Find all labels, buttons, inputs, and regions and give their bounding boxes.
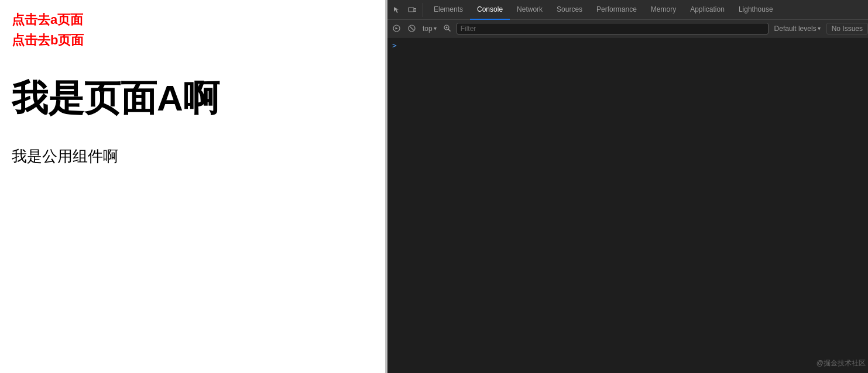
devtools-tabs: Elements Console Network Sources Perform…	[427, 0, 780, 20]
console-output-area: > @掘金技术社区	[387, 37, 868, 373]
devtools-tab-bar: Elements Console Network Sources Perform…	[387, 0, 868, 20]
console-prompt-line: >	[387, 40, 868, 51]
svg-point-6	[446, 27, 448, 29]
live-expressions-icon[interactable]	[441, 22, 454, 35]
console-chevron-icon: >	[392, 41, 397, 50]
shared-component-text: 我是公用组件啊	[12, 146, 373, 167]
frame-selector[interactable]: top ▾	[420, 25, 439, 33]
svg-rect-1	[414, 8, 416, 11]
inspect-cursor-icon[interactable]	[390, 3, 404, 17]
tab-elements[interactable]: Elements	[427, 0, 470, 20]
clear-console-icon[interactable]	[405, 22, 418, 35]
console-toolbar: top ▾ Default levels ▾ No Issues	[387, 20, 868, 37]
page-content: 点击去a页面 点击去b页面 我是页面A啊 我是公用组件啊	[0, 0, 385, 373]
execute-script-icon[interactable]	[390, 22, 403, 35]
tab-memory[interactable]: Memory	[644, 0, 683, 20]
watermark: @掘金技术社区	[816, 358, 866, 368]
svg-line-7	[448, 29, 451, 32]
tab-console[interactable]: Console	[470, 0, 510, 20]
svg-rect-0	[409, 8, 414, 12]
frame-selector-label: top	[423, 25, 433, 33]
default-levels-arrow: ▾	[818, 25, 821, 32]
no-issues-label: No Issues	[832, 25, 863, 33]
tab-lighthouse[interactable]: Lighthouse	[732, 0, 780, 20]
no-issues-button[interactable]: No Issues	[826, 23, 868, 34]
default-levels-dropdown[interactable]: Default levels ▾	[771, 25, 824, 33]
page-title: 我是页面A啊	[12, 74, 373, 123]
tab-sources[interactable]: Sources	[550, 0, 589, 20]
tab-network[interactable]: Network	[510, 0, 550, 20]
devtools-left-icons	[390, 3, 423, 17]
tab-performance[interactable]: Performance	[589, 0, 644, 20]
device-toggle-icon[interactable]	[405, 3, 419, 17]
nav-link-b[interactable]: 点击去b页面	[12, 30, 373, 50]
devtools-panel: Elements Console Network Sources Perform…	[387, 0, 868, 373]
default-levels-label: Default levels	[774, 25, 816, 33]
console-filter-input[interactable]	[457, 23, 768, 34]
tab-application[interactable]: Application	[683, 0, 732, 20]
frame-selector-arrow: ▾	[434, 25, 437, 32]
nav-links: 点击去a页面 点击去b页面	[12, 9, 373, 50]
svg-line-4	[410, 27, 413, 30]
nav-link-a[interactable]: 点击去a页面	[12, 9, 373, 30]
